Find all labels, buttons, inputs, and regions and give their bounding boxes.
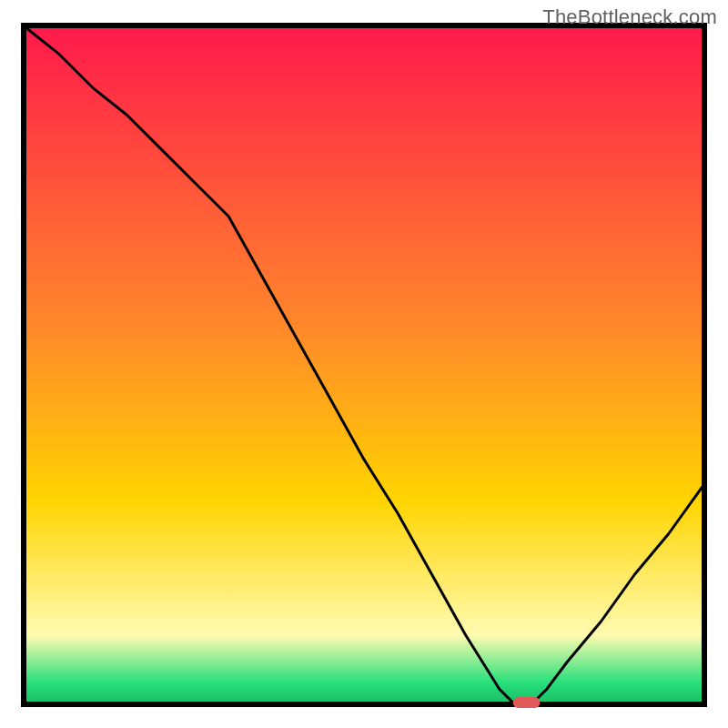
bottleneck-chart: TheBottleneck.com: [0, 0, 728, 728]
watermark: TheBottleneck.com: [542, 5, 717, 29]
svg-rect-0: [25, 27, 703, 703]
optimum-marker: [513, 697, 541, 708]
chart-svg: [0, 0, 728, 728]
